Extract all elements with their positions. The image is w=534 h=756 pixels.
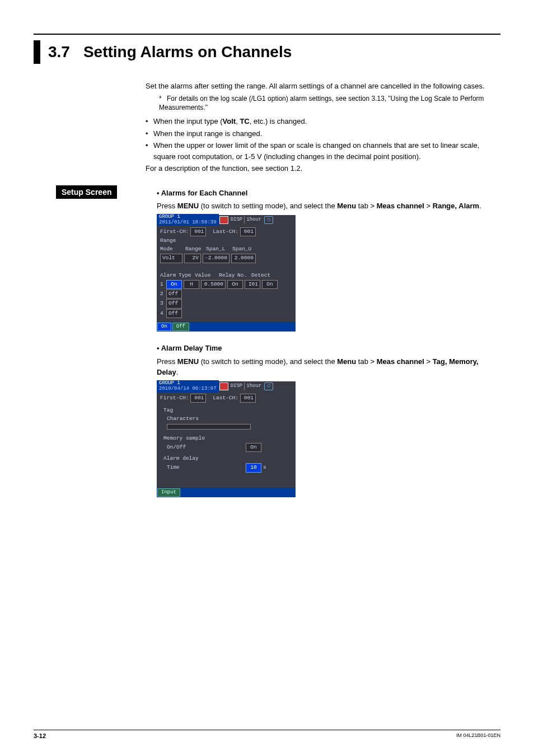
range-label: Range bbox=[160, 237, 176, 245]
time-unit: s bbox=[263, 464, 266, 472]
alarm-4-off[interactable]: Off bbox=[166, 309, 182, 318]
hour-label: 1hour bbox=[244, 216, 263, 224]
scr2-footer: Input bbox=[157, 488, 296, 498]
spanu-value[interactable]: 2.0000 bbox=[231, 254, 256, 263]
alarm-1-relay[interactable]: On bbox=[227, 280, 243, 289]
first-ch-value[interactable]: 001 bbox=[190, 394, 206, 403]
range-alarm-screenshot: GROUP 12011/01/01 18:59:39 DISP 1hour ◯ … bbox=[157, 215, 296, 332]
value-label: Value bbox=[195, 272, 217, 279]
spanl-label: Span_L bbox=[206, 245, 231, 253]
mode-label: Mode bbox=[160, 245, 184, 253]
footnote: *For details on the log scale (/LG1 opti… bbox=[159, 94, 500, 113]
tag-label: Tag bbox=[160, 407, 173, 414]
mode-value[interactable]: Volt bbox=[160, 254, 182, 263]
rec-icon bbox=[219, 216, 228, 224]
scr-group-label: GROUP 12011/01/01 18:59:39 bbox=[157, 214, 219, 226]
range2-label: Range bbox=[185, 245, 204, 253]
alarm-2-num: 2 bbox=[160, 290, 165, 298]
intro-block: Set the alarms after setting the range. … bbox=[146, 81, 500, 174]
spanl-value[interactable]: -2.0000 bbox=[203, 254, 229, 263]
doc-code: IM 04L21B01-01EN bbox=[456, 732, 500, 739]
memory-sample-label: Memory sample bbox=[160, 435, 205, 442]
alarm-1-num: 1 bbox=[160, 281, 165, 288]
alarms-heading: Alarms for Each Channel bbox=[157, 188, 500, 199]
scr-footer: On Off bbox=[157, 322, 296, 332]
section-title-row: 3.7 Setting Alarms on Channels bbox=[34, 40, 500, 64]
page: 3.7 Setting Alarms on Channels Set the a… bbox=[0, 0, 534, 756]
footnote-text: For details on the log scale (/LG1 optio… bbox=[159, 95, 484, 112]
delay-heading: Alarm Delay Time bbox=[157, 343, 500, 354]
onoff-value[interactable]: On bbox=[246, 443, 261, 452]
first-ch-label: First-CH: bbox=[160, 394, 189, 402]
page-number: 3-12 bbox=[34, 732, 46, 739]
last-ch-label: Last-CH: bbox=[213, 228, 238, 236]
alarms-instruction: Press MENU (to switch to setting mode), … bbox=[157, 200, 500, 212]
tag-memory-delay-screenshot: GROUP 12010/04/14 06:13:07 DISP 1hour ◯ … bbox=[157, 381, 296, 497]
scr2-body: First-CH: 001 Last-CH: 001 Tag Character… bbox=[157, 391, 296, 488]
scr-body: First-CH: 001 Last-CH: 001 Range Mode Ra… bbox=[157, 225, 296, 322]
type-label: Type bbox=[179, 272, 193, 279]
time-label: Time bbox=[160, 464, 244, 472]
alarm-3-off[interactable]: Off bbox=[166, 299, 182, 308]
alarm-2-off[interactable]: Off bbox=[166, 290, 182, 298]
alarm-4-num: 4 bbox=[160, 310, 165, 318]
camera-icon: ◯ bbox=[264, 216, 273, 224]
characters-input[interactable] bbox=[167, 424, 251, 430]
scr-titlebar: GROUP 12011/01/01 18:59:39 DISP 1hour ◯ bbox=[157, 215, 296, 225]
disp-label: DISP bbox=[229, 382, 245, 390]
no-label: No. bbox=[237, 272, 250, 279]
last-ch-value[interactable]: 001 bbox=[240, 227, 256, 236]
alarm-1-no[interactable]: I01 bbox=[245, 280, 260, 289]
alarm-1-value[interactable]: 0.5000 bbox=[201, 280, 226, 289]
onoff-label: On/Off bbox=[160, 444, 244, 451]
section-number: 3.7 bbox=[48, 43, 70, 61]
list-item: When the upper or lower limit of the spa… bbox=[146, 140, 500, 162]
detect-label: Detect bbox=[251, 272, 270, 279]
rec-icon bbox=[219, 382, 228, 390]
last-ch-value[interactable]: 001 bbox=[240, 394, 256, 403]
alarms-each-channel-block: Alarms for Each Channel Press MENU (to s… bbox=[157, 188, 500, 498]
intro-paragraph: Set the alarms after setting the range. … bbox=[146, 81, 500, 92]
alarm-1-on[interactable]: On bbox=[166, 280, 182, 289]
disp-label: DISP bbox=[229, 216, 245, 224]
cancel-cases-list: When the input type (Volt, TC, etc.) is … bbox=[146, 116, 500, 162]
alarm-delay-label: Alarm delay bbox=[160, 455, 199, 463]
alarm-3-num: 3 bbox=[160, 300, 165, 307]
time-value[interactable]: 10 bbox=[246, 463, 261, 472]
setup-screen-label: Setup Screen bbox=[56, 185, 117, 199]
list-item: When the input type (Volt, TC, etc.) is … bbox=[146, 116, 500, 127]
list-item: When the input range is changed. bbox=[146, 128, 500, 139]
scr2-group-label: GROUP 12010/04/14 06:13:07 bbox=[157, 380, 219, 393]
alarm-1-type[interactable]: H bbox=[184, 280, 199, 289]
delay-instruction: Press MENU (to switch to setting mode), … bbox=[157, 356, 500, 378]
relay-label: Relay bbox=[219, 272, 236, 279]
last-ch-label: Last-CH: bbox=[213, 394, 238, 402]
spanu-label: Span_U bbox=[232, 245, 251, 253]
page-footer: 3-12 IM 04L21B01-01EN bbox=[34, 730, 500, 739]
see-section: For a description of the function, see s… bbox=[146, 163, 500, 174]
alarm-1-detect[interactable]: On bbox=[262, 280, 278, 289]
first-ch-value[interactable]: 001 bbox=[190, 227, 206, 236]
top-rule bbox=[34, 34, 500, 35]
section-title: Setting Alarms on Channels bbox=[83, 43, 292, 61]
characters-label: Characters bbox=[160, 415, 199, 423]
hour-label: 1hour bbox=[244, 382, 263, 390]
footer-off-button[interactable]: Off bbox=[172, 323, 189, 332]
scr2-titlebar: GROUP 12010/04/14 06:13:07 DISP 1hour ◯ bbox=[157, 381, 296, 391]
camera-icon: ◯ bbox=[264, 382, 273, 390]
range-value[interactable]: 2V bbox=[184, 254, 201, 263]
title-bar-icon bbox=[34, 40, 40, 64]
first-ch-label: First-CH: bbox=[160, 228, 189, 236]
footer-on-button[interactable]: On bbox=[157, 323, 171, 332]
alarm-label: Alarm bbox=[160, 272, 177, 279]
footer-input-button[interactable]: Input bbox=[157, 488, 180, 497]
